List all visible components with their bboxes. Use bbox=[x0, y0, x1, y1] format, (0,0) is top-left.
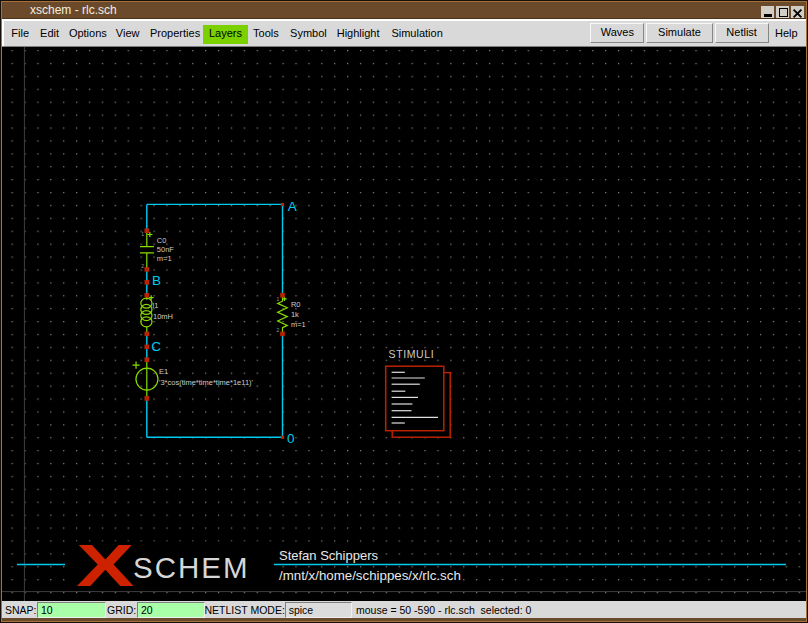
svg-text:1: 1 bbox=[276, 296, 279, 302]
svg-text:B: B bbox=[152, 273, 161, 288]
svg-text:X: X bbox=[76, 531, 134, 598]
svg-text:m=1: m=1 bbox=[157, 254, 172, 263]
svg-text:2: 2 bbox=[276, 327, 279, 333]
svg-text:Stefan Schippers: Stefan Schippers bbox=[279, 548, 379, 563]
svg-text:1: 1 bbox=[141, 231, 144, 237]
svg-text:'3*cos(time*time*time*1e11)': '3*cos(time*time*time*1e11)' bbox=[159, 378, 254, 387]
svg-text:C: C bbox=[151, 339, 161, 354]
svg-text:l1: l1 bbox=[153, 301, 159, 310]
svg-text:/mnt/x/home/schippes/x/rlc.sch: /mnt/x/home/schippes/x/rlc.sch bbox=[279, 568, 461, 583]
svg-text:STIMULI: STIMULI bbox=[389, 348, 435, 360]
svg-text:m=1: m=1 bbox=[291, 320, 306, 329]
svg-text:R0: R0 bbox=[291, 300, 301, 309]
svg-text:SCHEM: SCHEM bbox=[133, 551, 250, 584]
svg-text:E1: E1 bbox=[159, 367, 168, 376]
svg-text:C0: C0 bbox=[157, 236, 167, 245]
svg-text:10mH: 10mH bbox=[153, 312, 173, 321]
svg-text:A: A bbox=[288, 199, 297, 214]
svg-text:1k: 1k bbox=[291, 310, 299, 319]
svg-text:2: 2 bbox=[141, 263, 144, 269]
svg-text:0: 0 bbox=[287, 431, 295, 446]
